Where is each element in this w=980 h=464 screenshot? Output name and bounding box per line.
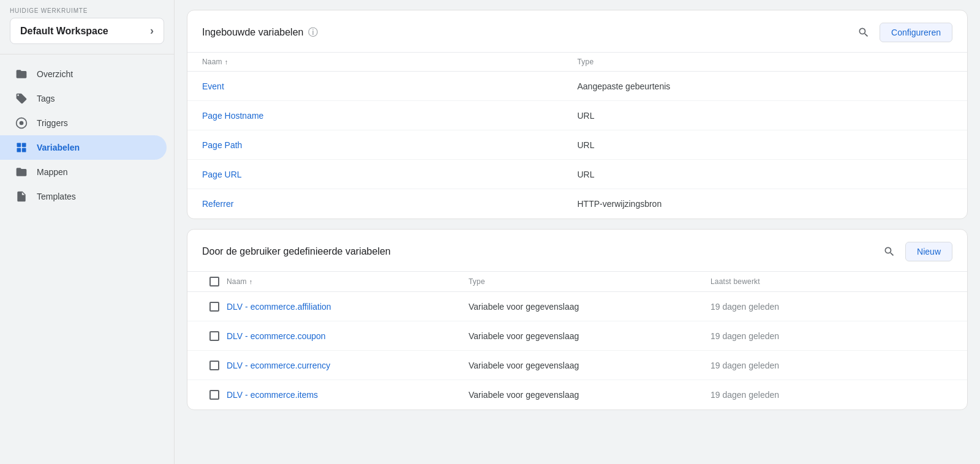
sort-arrow-icon: ↑	[225, 58, 228, 65]
sidebar-item-label-overzicht: Overzicht	[37, 69, 73, 79]
table-row: Page Hostname URL	[187, 101, 967, 130]
mappen-icon	[15, 166, 28, 178]
user-col-edited: Laatst bewerkt	[710, 277, 952, 286]
user-variable-edited: 19 dagen geleden	[710, 361, 952, 370]
tag-icon	[15, 92, 28, 105]
user-variables-card: Door de gebruiker gedefinieerde variabel…	[187, 229, 968, 410]
builtin-table-header: Naam ↑ Type	[187, 53, 967, 72]
workspace-name: Default Workspace	[20, 26, 108, 37]
variable-type: URL	[578, 140, 953, 150]
builtin-col-type: Type	[578, 58, 953, 66]
sidebar-item-label-mappen: Mappen	[37, 167, 68, 177]
user-variable-edited: 19 dagen geleden	[710, 331, 952, 341]
new-variable-button[interactable]: Nieuw	[905, 242, 952, 261]
user-col-type: Type	[469, 277, 710, 286]
user-variable-type: Variabele voor gegevenslaag	[469, 390, 710, 400]
sidebar: HUIDIGE WERKRUIMTE Default Workspace › O…	[0, 0, 175, 464]
user-search-button[interactable]	[881, 243, 898, 260]
templates-icon	[15, 190, 28, 203]
row-checkbox[interactable]	[209, 331, 219, 341]
workspace-section: HUIDIGE WERKRUIMTE Default Workspace ›	[0, 0, 174, 54]
user-table-header: Naam ↑ Type Laatst bewerkt	[187, 272, 967, 292]
help-icon[interactable]: ⓘ	[308, 26, 318, 39]
sidebar-item-label-triggers: Triggers	[37, 118, 68, 128]
variable-name-link[interactable]: Page Path	[202, 140, 578, 150]
row-checkbox-wrap	[202, 331, 227, 341]
svg-rect-2	[17, 143, 21, 148]
table-row: DLV - ecommerce.currency Variabele voor …	[187, 351, 967, 380]
sidebar-item-tags[interactable]: Tags	[0, 86, 167, 111]
table-row: Referrer HTTP-verwijzingsbron	[187, 189, 967, 219]
table-row: Page URL URL	[187, 160, 967, 189]
table-row: Event Aangepaste gebeurtenis	[187, 72, 967, 101]
variable-name-link[interactable]: Page Hostname	[202, 111, 578, 121]
user-table: Naam ↑ Type Laatst bewerkt DLV - ecommer…	[187, 272, 967, 410]
table-row: Page Path URL	[187, 130, 967, 160]
user-variable-edited: 19 dagen geleden	[710, 302, 952, 312]
builtin-variables-card: Ingebouwde variabelen ⓘ Configureren Naa…	[187, 10, 968, 219]
sidebar-item-label-variabelen: Variabelen	[37, 143, 80, 152]
builtin-card-actions: Configureren	[855, 23, 952, 42]
row-checkbox[interactable]	[209, 390, 219, 400]
row-checkbox-wrap	[202, 302, 227, 312]
sidebar-item-templates[interactable]: Templates	[0, 184, 167, 209]
table-row: DLV - ecommerce.coupon Variabele voor ge…	[187, 321, 967, 351]
row-checkbox-wrap	[202, 361, 227, 370]
variable-type: URL	[578, 170, 953, 179]
row-checkbox[interactable]	[209, 361, 219, 370]
configure-button[interactable]: Configureren	[880, 23, 952, 42]
sidebar-item-overzicht[interactable]: Overzicht	[0, 62, 167, 86]
select-all-checkbox-wrap	[202, 277, 227, 286]
variable-type: Aangepaste gebeurtenis	[578, 81, 953, 91]
user-variable-link[interactable]: DLV - ecommerce.items	[227, 390, 469, 400]
sidebar-item-label-templates: Templates	[37, 192, 76, 201]
chevron-right-icon: ›	[150, 24, 154, 37]
builtin-search-button[interactable]	[855, 24, 872, 41]
workspace-label: HUIDIGE WERKRUIMTE	[10, 7, 164, 14]
workspace-selector[interactable]: Default Workspace ›	[10, 18, 164, 44]
sidebar-item-label-tags: Tags	[37, 94, 55, 103]
user-variable-type: Variabele voor gegevenslaag	[469, 361, 710, 370]
triggers-icon	[15, 117, 28, 129]
user-card-title: Door de gebruiker gedefinieerde variabel…	[202, 246, 391, 257]
sidebar-nav: Overzicht Tags Triggers Variabelen	[0, 54, 174, 464]
user-variable-type: Variabele voor gegevenslaag	[469, 331, 710, 341]
user-card-header: Door de gebruiker gedefinieerde variabel…	[187, 230, 967, 272]
sidebar-item-variabelen[interactable]: Variabelen	[0, 135, 167, 160]
variable-name-link[interactable]: Page URL	[202, 170, 578, 179]
main-content: Ingebouwde variabelen ⓘ Configureren Naa…	[175, 0, 980, 464]
user-variable-link[interactable]: DLV - ecommerce.affiliation	[227, 302, 469, 312]
builtin-col-name: Naam ↑	[202, 58, 578, 66]
svg-rect-3	[22, 143, 26, 148]
variable-type: URL	[578, 111, 953, 121]
row-checkbox[interactable]	[209, 302, 219, 312]
user-card-actions: Nieuw	[881, 242, 952, 261]
svg-point-1	[20, 121, 24, 125]
user-variable-link[interactable]: DLV - ecommerce.coupon	[227, 331, 469, 341]
folder-icon	[15, 68, 28, 80]
sort-arrow-icon: ↑	[249, 278, 253, 285]
user-variable-type: Variabele voor gegevenslaag	[469, 302, 710, 312]
sidebar-item-mappen[interactable]: Mappen	[0, 160, 167, 184]
table-row: DLV - ecommerce.affiliation Variabele vo…	[187, 292, 967, 321]
svg-rect-4	[17, 148, 21, 152]
builtin-card-title: Ingebouwde variabelen ⓘ	[202, 26, 318, 39]
svg-rect-5	[22, 148, 26, 152]
row-checkbox-wrap	[202, 390, 227, 400]
user-col-name: Naam ↑	[227, 277, 469, 286]
user-variable-link[interactable]: DLV - ecommerce.currency	[227, 361, 469, 370]
variable-name-link[interactable]: Event	[202, 81, 578, 91]
sidebar-item-triggers[interactable]: Triggers	[0, 111, 167, 135]
builtin-card-header: Ingebouwde variabelen ⓘ Configureren	[187, 10, 967, 53]
variable-name-link[interactable]: Referrer	[202, 199, 578, 209]
select-all-checkbox[interactable]	[209, 277, 219, 286]
variable-type: HTTP-verwijzingsbron	[578, 199, 953, 209]
builtin-table: Naam ↑ Type Event Aangepaste gebeurtenis…	[187, 53, 967, 219]
variabelen-icon	[15, 141, 28, 154]
user-variable-edited: 19 dagen geleden	[710, 390, 952, 400]
table-row: DLV - ecommerce.items Variabele voor geg…	[187, 380, 967, 410]
